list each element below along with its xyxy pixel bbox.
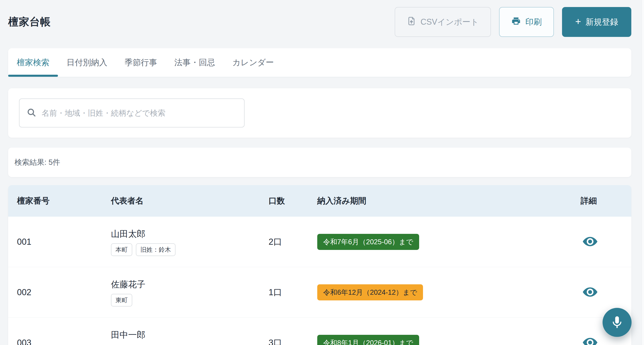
search-box	[19, 98, 244, 128]
voice-input-fab[interactable]	[602, 308, 632, 337]
tab-memorial-services[interactable]: 法事・回忌	[166, 48, 224, 77]
representative-name: 山田太郎	[111, 228, 268, 239]
table-row: 003 田中一郎 3口 令和8年1月（2026-01）まで	[8, 318, 631, 345]
eye-icon	[582, 233, 599, 251]
microphone-icon	[610, 315, 624, 330]
paid-until-badge: 令和7年6月（2025-06）まで	[317, 234, 419, 250]
new-registration-button[interactable]: + 新規登録	[562, 7, 631, 37]
danka-number: 003	[17, 338, 111, 345]
results-summary-panel: 検索結果: 5件	[8, 148, 631, 177]
representative-cell: 田中一郎	[111, 318, 268, 340]
file-upload-icon	[407, 16, 416, 28]
column-header-units: 口数	[268, 195, 317, 206]
column-header-paid-period: 納入済み期間	[317, 195, 580, 206]
column-header-details: 詳細	[580, 195, 631, 206]
page-title: 檀家台帳	[8, 15, 51, 29]
csv-import-button[interactable]: CSVインポート	[395, 7, 491, 37]
header-actions: CSVインポート 印刷 + 新規登録	[395, 7, 631, 37]
danka-number: 001	[17, 237, 111, 247]
representative-name: 田中一郎	[111, 330, 268, 340]
search-input[interactable]	[42, 109, 237, 118]
paid-until-badge: 令和8年1月（2026-01）まで	[317, 335, 419, 345]
representative-name: 佐藤花子	[111, 279, 268, 290]
print-label: 印刷	[525, 16, 542, 28]
tag-row: 東町	[111, 294, 268, 306]
tag-row: 本町 旧姓：鈴木	[111, 243, 268, 256]
plus-icon: +	[575, 16, 581, 26]
view-details-button[interactable]	[581, 334, 599, 345]
representative-cell: 山田太郎 本町 旧姓：鈴木	[111, 217, 268, 256]
district-tag: 本町	[111, 243, 132, 256]
column-header-representative: 代表者名	[111, 195, 268, 206]
eye-icon	[582, 284, 599, 301]
magnifier-icon	[26, 107, 37, 118]
new-registration-label: 新規登録	[586, 16, 618, 28]
print-button[interactable]: 印刷	[499, 7, 554, 37]
units-count: 3口	[268, 337, 317, 345]
view-details-button[interactable]	[581, 283, 599, 301]
table-row: 001 山田太郎 本町 旧姓：鈴木 2口 令和7年6月（2025-06）まで	[8, 217, 631, 267]
units-count: 1口	[268, 286, 317, 298]
search-panel	[8, 88, 631, 138]
tab-payment-by-date[interactable]: 日付別納入	[58, 48, 116, 77]
danka-table: 檀家番号 代表者名 口数 納入済み期間 詳細 001 山田太郎 本町 旧姓：鈴木…	[8, 185, 631, 345]
csv-import-label: CSVインポート	[420, 16, 479, 28]
danka-number: 002	[17, 288, 111, 297]
view-details-button[interactable]	[581, 233, 599, 251]
eye-icon	[582, 334, 599, 345]
column-header-number: 檀家番号	[17, 195, 111, 206]
maiden-name-tag: 旧姓：鈴木	[136, 243, 176, 256]
units-count: 2口	[268, 236, 317, 248]
paid-until-badge: 令和6年12月（2024-12）まで	[317, 284, 423, 300]
scrollbar-track[interactable]	[642, 0, 644, 345]
page-header: 檀家台帳 CSVインポート	[8, 0, 631, 37]
results-count: 検索結果: 5件	[14, 157, 60, 168]
representative-cell: 佐藤花子 東町	[111, 267, 268, 306]
district-tag: 東町	[111, 294, 132, 306]
tab-calendar[interactable]: カレンダー	[224, 48, 282, 77]
table-header-row: 檀家番号 代表者名 口数 納入済み期間 詳細	[8, 185, 631, 217]
tab-bar: 檀家検索 日付別納入 季節行事 法事・回忌 カレンダー	[8, 48, 631, 77]
printer-icon	[511, 16, 521, 28]
table-row: 002 佐藤花子 東町 1口 令和6年12月（2024-12）まで	[8, 267, 631, 318]
tab-danka-search[interactable]: 檀家検索	[8, 48, 58, 77]
tab-seasonal-events[interactable]: 季節行事	[116, 48, 166, 77]
